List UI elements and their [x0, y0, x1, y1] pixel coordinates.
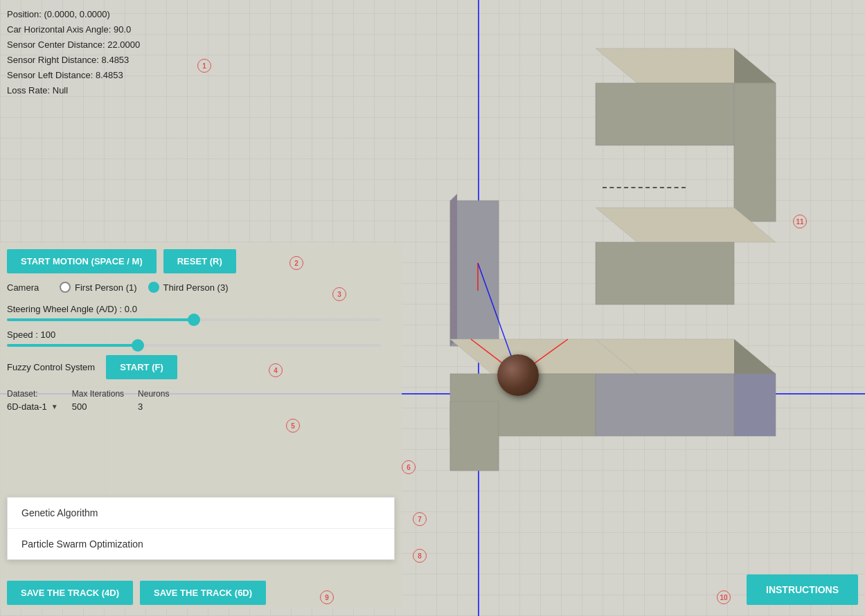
fuzzy-section: Fuzzy Control System START (F) [7, 355, 402, 379]
dataset-value: 6D-data-1 [7, 401, 47, 412]
dropdown-item-genetic[interactable]: Genetic Algorithm [8, 498, 394, 529]
dropdown-item-pso[interactable]: Particle Swarm Optimization [8, 529, 394, 559]
svg-rect-1 [596, 83, 734, 145]
steering-slider-track[interactable] [7, 318, 381, 321]
start-motion-button[interactable]: START MOTION (SPACE / M) [7, 249, 157, 273]
speed-section: Speed : 100 [7, 329, 402, 347]
dataset-select[interactable]: 6D-data-1 ▼ [7, 401, 58, 412]
svg-marker-2 [734, 48, 776, 145]
svg-marker-7 [450, 201, 499, 346]
camera-label: Camera [7, 282, 48, 293]
svg-marker-16 [450, 401, 499, 471]
loss-rate-label: Loss Rate: Null [7, 83, 140, 98]
svg-rect-6 [596, 242, 734, 305]
fuzzy-label: Fuzzy Control System [7, 362, 95, 372]
svg-rect-8 [450, 201, 499, 346]
dropdown-arrow-icon: ▼ [51, 403, 58, 410]
svg-rect-13 [596, 374, 734, 436]
first-person-radio[interactable] [60, 282, 71, 293]
svg-rect-17 [450, 401, 499, 471]
start-f-button[interactable]: START (F) [106, 355, 177, 379]
svg-rect-4 [734, 83, 776, 221]
dropdown-menu: Genetic Algorithm Particle Swarm Optimiz… [7, 497, 395, 560]
dataset-row: Dataset: 6D-data-1 ▼ Max Iterations 500 … [7, 389, 402, 412]
dataset-label: Dataset: [7, 389, 58, 399]
speed-slider-track[interactable] [7, 344, 381, 347]
bottom-buttons: SAVE THE TRACK (4D) SAVE THE TRACK (6D) [7, 581, 266, 605]
svg-marker-0 [596, 48, 776, 83]
camera-row: Camera First Person (1) Third Person (3) [7, 282, 402, 293]
svg-marker-12 [596, 339, 776, 374]
neurons-value: 3 [138, 401, 169, 412]
controls-area: START MOTION (SPACE / M) RESET (R) Camer… [7, 249, 402, 420]
car-ball [497, 354, 539, 396]
button-row: START MOTION (SPACE / M) RESET (R) [7, 249, 402, 273]
svg-marker-9 [450, 194, 457, 346]
speed-slider-thumb[interactable] [132, 339, 144, 352]
neurons-group: Neurons 3 [138, 389, 169, 412]
steering-label: Steering Wheel Angle (A/D) : 0.0 [7, 304, 402, 314]
third-person-option[interactable]: Third Person (3) [148, 282, 229, 293]
speed-slider-fill [7, 344, 138, 347]
instructions-button[interactable]: INSTRUCTIONS [747, 574, 858, 605]
steering-section: Steering Wheel Angle (A/D) : 0.0 [7, 304, 402, 321]
status-info: Position: (0.0000, 0.0000) Car Horizonta… [7, 7, 140, 99]
sensor-right-label: Sensor Right Distance: 8.4853 [7, 53, 140, 68]
sensor-center-label: Sensor Center Distance: 22.0000 [7, 37, 140, 53]
car-axis-label: Car Horizontal Axis Angle: 90.0 [7, 22, 140, 37]
dataset-group: Dataset: 6D-data-1 ▼ [7, 389, 58, 412]
first-person-label: First Person (1) [75, 282, 137, 293]
max-iterations-label: Max Iterations [72, 389, 124, 399]
svg-marker-3 [734, 83, 776, 221]
save-6d-button[interactable]: SAVE THE TRACK (6D) [140, 581, 266, 605]
svg-rect-15 [734, 374, 776, 436]
position-label: Position: (0.0000, 0.0000) [7, 7, 140, 22]
reset-button[interactable]: RESET (R) [163, 249, 236, 273]
third-person-label: Third Person (3) [163, 282, 229, 293]
dashed-line [603, 187, 686, 188]
speed-label: Speed : 100 [7, 329, 402, 340]
max-iterations-value: 500 [72, 401, 124, 412]
svg-marker-5 [596, 208, 776, 242]
first-person-option[interactable]: First Person (1) [60, 282, 137, 293]
neurons-label: Neurons [138, 389, 169, 399]
svg-marker-14 [734, 339, 776, 436]
instructions-button-container: INSTRUCTIONS [747, 574, 858, 605]
blue-line-vertical [478, 0, 479, 616]
sensor-left-label: Sensor Left Distance: 8.4853 [7, 68, 140, 83]
save-4d-button[interactable]: SAVE THE TRACK (4D) [7, 581, 133, 605]
max-iterations-group: Max Iterations 500 [72, 389, 124, 412]
steering-slider-fill [7, 318, 194, 321]
third-person-radio[interactable] [148, 282, 159, 293]
steering-slider-thumb[interactable] [188, 314, 200, 326]
